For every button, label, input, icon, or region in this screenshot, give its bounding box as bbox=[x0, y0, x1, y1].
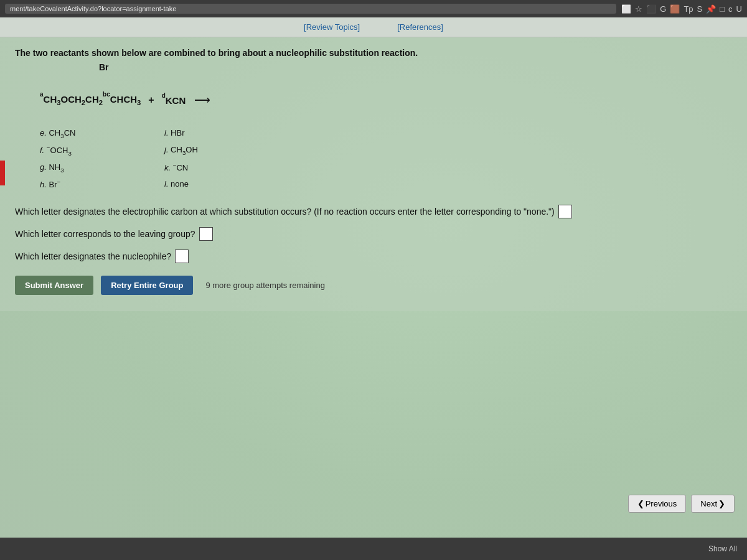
next-label: Next bbox=[700, 499, 717, 508]
sub-question-1: Which letter designates the electrophili… bbox=[15, 205, 732, 218]
extension-icon: ⬛ bbox=[646, 4, 656, 14]
star-icon: ☆ bbox=[635, 4, 642, 14]
next-button[interactable]: Next ❯ bbox=[691, 495, 735, 513]
sub-question-2-text: Which letter corresponds to the leaving … bbox=[15, 228, 195, 241]
window-icon: □ bbox=[720, 4, 725, 14]
reactant2-formula: dKCN bbox=[162, 95, 186, 106]
browser-icons: ⬜ ☆ ⬛ G 🟫 Tp S 📌 □ c U bbox=[621, 4, 742, 14]
label-c: c bbox=[106, 91, 110, 98]
choice-f: f. −OCH3 bbox=[40, 142, 139, 159]
references-link[interactable]: [References] bbox=[397, 22, 443, 32]
chem-formula: aCH3OCH2CH2bcCHCH3 + dKCN ⟶ bbox=[40, 93, 210, 107]
attempts-text: 9 more group attempts remaining bbox=[205, 281, 324, 290]
answer-input-3[interactable] bbox=[175, 250, 189, 263]
previous-button[interactable]: ❮ Previous bbox=[628, 495, 687, 513]
r-icon: 🟫 bbox=[670, 4, 680, 14]
reactant1-formula: aCH3OCH2CH2bcCHCH3 bbox=[40, 93, 141, 106]
choice-k: k. −CN bbox=[164, 160, 264, 175]
choice-e: e. CH3CN bbox=[40, 126, 139, 141]
sub-question-2: Which letter corresponds to the leaving … bbox=[15, 227, 732, 241]
submit-button[interactable]: Submit Answer bbox=[15, 276, 93, 295]
choice-h: h. Br− bbox=[40, 177, 139, 192]
sub-question-3: Which letter designates the nucleophile? bbox=[15, 250, 732, 263]
review-topics-link[interactable]: [Review Topics] bbox=[304, 22, 360, 32]
url-bar[interactable]: ment/takeCovalentActivity.do?locator=ass… bbox=[5, 4, 616, 14]
show-all-label[interactable]: Show All bbox=[708, 544, 737, 553]
choice-l: l. none bbox=[164, 177, 264, 192]
sub-question-1-text: Which letter designates the electrophili… bbox=[15, 205, 555, 218]
question-container: The two reactants shown below are combin… bbox=[0, 37, 747, 311]
buttons-row: Submit Answer Retry Entire Group 9 more … bbox=[15, 276, 732, 295]
chem-structure: Br aCH3OCH2CH2bcCHCH3 + dKCN ⟶ bbox=[40, 76, 210, 107]
plus-sign: + bbox=[148, 95, 154, 106]
choice-j: j. CH3OH bbox=[164, 142, 264, 159]
br-label: Br bbox=[99, 62, 109, 72]
bottom-nav: ❮ Previous Next ❯ bbox=[628, 495, 735, 513]
question-title: The two reactants shown below are combin… bbox=[15, 47, 732, 60]
choices-grid: e. CH3CN i. HBr f. −OCH3 j. CH3OH g. NH3… bbox=[40, 126, 732, 192]
u-icon: U bbox=[736, 4, 742, 14]
top-nav: [Review Topics] [References] bbox=[0, 17, 747, 37]
tp-badge: Tp bbox=[684, 4, 693, 14]
chevron-right-icon: ❯ bbox=[718, 499, 725, 508]
answer-input-1[interactable] bbox=[558, 205, 572, 218]
tab-icon: ⬜ bbox=[621, 4, 631, 14]
pin-icon: 📌 bbox=[706, 4, 716, 14]
red-side-indicator bbox=[0, 161, 5, 185]
label-d: d bbox=[162, 92, 166, 99]
label-a: a bbox=[40, 91, 44, 98]
s-icon: S bbox=[697, 4, 703, 14]
label-c-inline: c bbox=[106, 94, 110, 105]
reaction-arrow: ⟶ bbox=[194, 93, 210, 107]
previous-label: Previous bbox=[646, 499, 677, 508]
main-content: [Review Topics] [References] The two rea… bbox=[0, 17, 747, 538]
c-icon: c bbox=[728, 4, 733, 14]
answer-input-2[interactable] bbox=[199, 227, 213, 241]
browser-bar: ment/takeCovalentActivity.do?locator=ass… bbox=[0, 0, 747, 17]
chevron-left-icon: ❮ bbox=[637, 499, 644, 508]
retry-button[interactable]: Retry Entire Group bbox=[101, 276, 193, 295]
choice-i: i. HBr bbox=[164, 126, 264, 141]
choice-g: g. NH3 bbox=[40, 160, 139, 175]
g-icon: G bbox=[660, 4, 666, 14]
sub-question-3-text: Which letter designates the nucleophile? bbox=[15, 250, 171, 263]
browser-bottom-bar: Show All bbox=[0, 538, 747, 560]
